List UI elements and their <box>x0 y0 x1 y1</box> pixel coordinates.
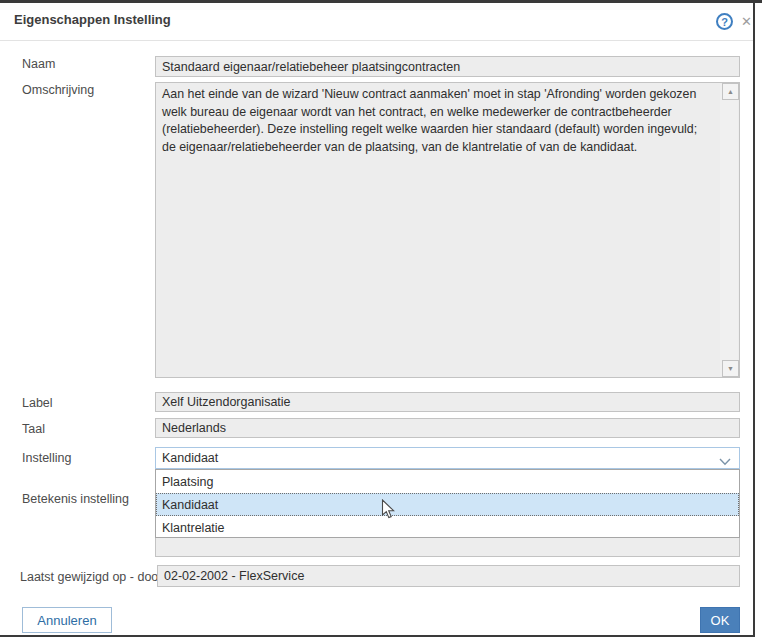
window-frame-bottom <box>0 635 755 637</box>
betekenis-label: Betekenis instelling <box>22 492 129 506</box>
taal-field: Nederlands <box>155 418 740 438</box>
chevron-down-icon <box>719 455 731 469</box>
naam-field: Standaard eigenaar/relatiebeheer plaatsi… <box>155 56 740 77</box>
dialog-title: Eigenschappen Instelling <box>14 12 171 27</box>
dropdown-option-kandidaat[interactable]: Kandidaat <box>156 493 739 516</box>
title-separator <box>0 40 753 41</box>
cancel-button[interactable]: Annuleren <box>22 607 112 633</box>
omschrijving-textarea[interactable]: Aan het einde van de wizard 'Nieuw contr… <box>155 82 740 378</box>
window-frame-top <box>0 0 762 3</box>
ok-button[interactable]: OK <box>700 607 740 633</box>
taal-label: Taal <box>22 422 45 436</box>
dialog-window: Eigenschappen Instelling ? ✕ Naam Standa… <box>0 0 762 640</box>
close-icon[interactable]: ✕ <box>741 14 752 29</box>
scroll-up-icon[interactable]: ▲ <box>722 83 739 100</box>
label-label: Label <box>22 396 53 410</box>
instelling-dropdown-list: Plaatsing Kandidaat Klantrelatie <box>155 469 740 538</box>
omschrijving-text: Aan het einde van de wizard 'Nieuw contr… <box>162 86 713 156</box>
label-field: Xelf Uitzendorganisatie <box>155 392 740 412</box>
laatst-gewijzigd-label: Laatst gewijzigd op - door <box>20 570 162 584</box>
instelling-value: Kandidaat <box>162 451 218 465</box>
omschrijving-label: Omschrijving <box>22 83 94 97</box>
laatst-gewijzigd-field: 02-02-2002 - FlexService <box>157 565 740 587</box>
dropdown-option-plaatsing[interactable]: Plaatsing <box>156 470 739 493</box>
help-icon[interactable]: ? <box>716 13 733 30</box>
textarea-scrollbar[interactable] <box>720 84 738 376</box>
naam-label: Naam <box>22 57 55 71</box>
instelling-label: Instelling <box>22 451 71 465</box>
window-frame-right <box>753 0 755 637</box>
dropdown-option-klantrelatie[interactable]: Klantrelatie <box>156 516 739 539</box>
instelling-combobox[interactable]: Kandidaat <box>155 447 740 469</box>
scroll-down-icon[interactable]: ▼ <box>722 360 739 377</box>
